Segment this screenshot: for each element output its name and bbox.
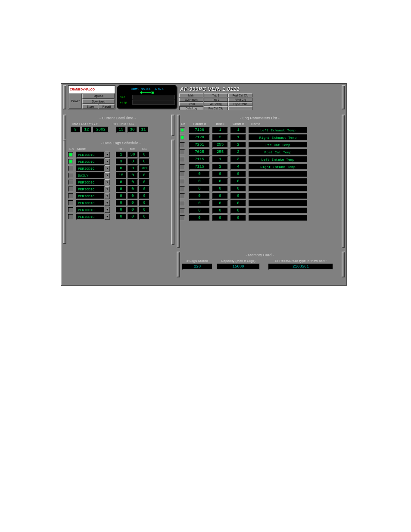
params-name-field[interactable] — [249, 200, 307, 206]
schedule-mode-dropdown[interactable]: DAILY▼ — [76, 172, 110, 178]
cmd-input[interactable] — [132, 95, 175, 100]
params-index-field[interactable]: 2 — [212, 164, 228, 170]
chevron-down-icon[interactable]: ▼ — [105, 214, 110, 220]
upload-button[interactable]: Upload — [82, 93, 115, 99]
schedule-ss-field[interactable]: 0 — [139, 152, 149, 158]
schedule-mode-dropdown[interactable]: PERIODIC▼ — [76, 179, 110, 185]
params-param-field[interactable]: 0 — [189, 186, 210, 192]
schedule-mm-field[interactable]: 0 — [128, 186, 138, 192]
params-chart-field[interactable]: 0 — [230, 215, 246, 221]
schedule-hh-field[interactable]: 0 — [116, 186, 126, 192]
schedule-mode-dropdown[interactable]: PERIODIC▼ — [76, 165, 110, 171]
params-param-field[interactable]: 0 — [189, 193, 210, 199]
chevron-down-icon[interactable]: ▼ — [105, 207, 110, 213]
schedule-enable-checkbox[interactable] — [68, 152, 73, 157]
params-enable-checkbox[interactable] — [180, 128, 185, 133]
params-enable-checkbox[interactable] — [180, 186, 185, 191]
tab-o2-health[interactable]: O2 Health — [179, 98, 203, 102]
time-ss-field[interactable]: 11 — [139, 127, 148, 133]
params-name-field[interactable] — [249, 215, 307, 221]
schedule-enable-checkbox[interactable] — [68, 207, 73, 212]
params-enable-checkbox[interactable] — [180, 171, 185, 177]
params-enable-checkbox[interactable] — [180, 179, 185, 184]
chevron-down-icon[interactable]: ▼ — [105, 165, 110, 171]
params-enable-checkbox[interactable] — [180, 164, 185, 169]
params-name-field[interactable] — [249, 171, 307, 177]
params-param-field[interactable]: 7025 — [189, 149, 210, 155]
schedule-mm-field[interactable]: 0 — [128, 200, 138, 206]
params-index-field[interactable]: 0 — [212, 178, 228, 184]
schedule-ss-field[interactable]: 0 — [139, 172, 149, 178]
schedule-hh-field[interactable]: 0 — [116, 193, 126, 199]
download-button[interactable]: Download — [82, 99, 115, 104]
schedule-ss-field[interactable]: 0 — [139, 193, 149, 199]
params-enable-checkbox[interactable] — [180, 157, 185, 162]
params-enable-checkbox[interactable] — [180, 135, 185, 140]
schedule-mm-field[interactable]: 0 — [128, 165, 138, 171]
schedule-mm-field[interactable]: 0 — [128, 207, 138, 213]
chevron-down-icon[interactable]: ▼ — [105, 172, 110, 178]
params-index-field[interactable]: 0 — [212, 186, 228, 192]
tab-dynotrend[interactable]: DynoTrend — [228, 102, 252, 106]
tab-data-log[interactable]: Data Log — [179, 106, 203, 110]
schedule-ss-field[interactable]: 0 — [139, 159, 149, 165]
params-enable-checkbox[interactable] — [180, 208, 185, 213]
schedule-mm-field[interactable]: 0 — [128, 172, 138, 178]
date-mm-field[interactable]: 9 — [71, 127, 80, 133]
schedule-mode-dropdown[interactable]: PERIODIC▼ — [76, 186, 110, 192]
params-index-field[interactable]: 0 — [212, 200, 228, 206]
params-enable-checkbox[interactable] — [180, 193, 185, 199]
params-index-field[interactable]: 1 — [212, 127, 228, 133]
schedule-mode-dropdown[interactable]: PERIODIC▼ — [76, 200, 110, 206]
params-index-field[interactable]: 2 — [212, 134, 228, 140]
params-param-field[interactable]: 7115 — [189, 156, 210, 162]
params-name-field[interactable] — [249, 208, 307, 214]
schedule-enable-checkbox[interactable] — [68, 159, 73, 164]
schedule-hh-field[interactable]: 3 — [116, 159, 126, 165]
params-param-field[interactable]: 7120 — [189, 134, 210, 140]
schedule-hh-field[interactable]: 0 — [116, 207, 126, 213]
date-yyyy-field[interactable]: 2002 — [93, 127, 109, 133]
params-chart-field[interactable]: 4 — [230, 164, 246, 170]
params-param-field[interactable]: 7251 — [189, 142, 210, 148]
time-hh-field[interactable]: 15 — [116, 127, 126, 133]
params-index-field[interactable]: 1 — [212, 156, 228, 162]
schedule-ss-field[interactable]: 0 — [139, 214, 149, 220]
params-chart-field[interactable]: 0 — [230, 193, 246, 199]
schedule-enable-checkbox[interactable] — [68, 214, 73, 219]
schedule-hh-field[interactable]: 0 — [116, 200, 126, 206]
params-name-field[interactable] — [249, 186, 307, 192]
schedule-mm-field[interactable]: 30 — [128, 152, 138, 158]
params-name-field[interactable]: Left Intake Temp — [249, 156, 307, 162]
schedule-ss-field[interactable]: 0 — [139, 207, 149, 213]
chevron-down-icon[interactable]: ▼ — [105, 193, 110, 199]
schedule-enable-checkbox[interactable] — [68, 180, 73, 185]
schedule-hh-field[interactable]: 0 — [116, 214, 126, 220]
params-name-field[interactable]: Left Exhaust Temp — [249, 127, 307, 133]
params-enable-checkbox[interactable] — [180, 215, 185, 221]
tab-rpm-cfg[interactable]: RPM Cfg — [228, 98, 252, 102]
schedule-mm-field[interactable]: 0 — [128, 179, 138, 185]
chevron-down-icon[interactable]: ▼ — [105, 152, 110, 158]
chevron-down-icon[interactable]: ▼ — [105, 186, 110, 192]
params-param-field[interactable]: 0 — [189, 178, 210, 184]
chevron-down-icon[interactable]: ▼ — [105, 179, 110, 185]
store-button[interactable]: Store — [82, 104, 98, 109]
params-enable-checkbox[interactable] — [180, 201, 185, 206]
tab-main[interactable]: Main — [179, 93, 203, 97]
schedule-mm-field[interactable]: 0 — [128, 159, 138, 165]
tab-trip-1[interactable]: Trip 1 — [204, 93, 228, 97]
params-chart-field[interactable]: 0 — [230, 186, 246, 192]
params-param-field[interactable]: 7120 — [189, 127, 210, 133]
params-name-field[interactable] — [249, 178, 307, 184]
params-param-field[interactable]: 0 — [189, 200, 210, 206]
chevron-down-icon[interactable]: ▼ — [105, 200, 110, 206]
date-dd-field[interactable]: 12 — [82, 127, 91, 133]
params-name-field[interactable]: Right Exhaust Temp — [249, 134, 307, 140]
params-chart-field[interactable]: 0 — [230, 178, 246, 184]
params-enable-checkbox[interactable] — [180, 142, 185, 147]
params-param-field[interactable]: 0 — [189, 171, 210, 177]
params-chart-field[interactable]: 3 — [230, 156, 246, 162]
memcard-reset-input[interactable]: 2103561 — [268, 264, 333, 270]
tab-post-cat-cfg[interactable]: Post Cat Cfg — [228, 93, 252, 97]
